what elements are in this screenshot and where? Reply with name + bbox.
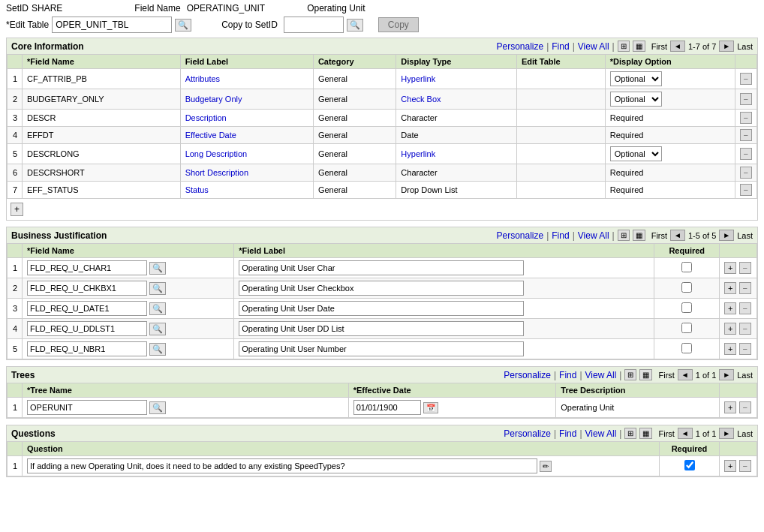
field-label-link[interactable]: Description [185, 113, 227, 122]
display-type-cell: Character [396, 164, 517, 182]
trees-chart-icon[interactable]: ▦ [639, 369, 652, 380]
questions-view-all-link[interactable]: View All [585, 428, 617, 439]
core-find-link[interactable]: Find [552, 41, 569, 52]
remove-row-btn[interactable]: − [740, 148, 752, 160]
biz-field-name-input[interactable] [27, 301, 147, 316]
field-label-link[interactable]: Attributes [185, 74, 220, 83]
remove-row-btn[interactable]: − [740, 93, 752, 105]
biz-add-row-btn[interactable]: + [724, 262, 736, 274]
biz-field-name-input[interactable] [27, 260, 147, 275]
biz-field-name-search[interactable]: 🔍 [149, 302, 166, 315]
biz-add-row-btn[interactable]: + [724, 323, 736, 335]
display-type-value[interactable]: Check Box [401, 95, 441, 104]
question-required-checkbox[interactable] [684, 460, 695, 470]
core-personalize-link[interactable]: Personalize [496, 41, 543, 52]
questions-grid-icon[interactable]: ⊞ [624, 428, 636, 439]
biz-required-checkbox[interactable] [681, 302, 692, 313]
copy-button[interactable]: Copy [378, 17, 419, 32]
remove-row-btn[interactable]: − [740, 184, 752, 196]
biz-required-checkbox[interactable] [681, 343, 692, 353]
biz-col-required: Required [654, 244, 720, 258]
questions-personalize-link[interactable]: Personalize [504, 428, 551, 439]
trees-remove-row-btn[interactable]: − [739, 401, 751, 413]
biz-required-checkbox[interactable] [681, 323, 692, 333]
biz-find-link[interactable]: Find [552, 230, 569, 241]
trees-pagination-last: Last [737, 371, 753, 380]
biz-field-label-input[interactable] [239, 301, 524, 316]
biz-remove-row-btn[interactable]: − [739, 282, 751, 294]
display-option-select-1[interactable]: OptionalRequiredHidden [610, 92, 662, 107]
biz-view-all-link[interactable]: View All [578, 230, 609, 241]
tree-date-calendar[interactable]: 📅 [423, 402, 438, 413]
trees-prev-btn[interactable]: ◄ [678, 369, 693, 380]
questions-chart-icon[interactable]: ▦ [639, 428, 652, 439]
display-type-cell: Date [396, 127, 517, 144]
questions-add-row-btn[interactable]: + [724, 460, 736, 472]
core-prev-btn[interactable]: ◄ [670, 41, 685, 52]
trees-view-all-link[interactable]: View All [585, 370, 617, 380]
trees-personalize-link[interactable]: Personalize [504, 370, 551, 380]
copy-to-setid-input[interactable] [284, 17, 344, 33]
biz-field-name-search[interactable]: 🔍 [149, 282, 166, 295]
copy-to-setid-search-btn[interactable]: 🔍 [347, 19, 363, 32]
edit-table-input[interactable] [52, 17, 172, 33]
display-option-select-0[interactable]: OptionalRequiredHidden [610, 71, 662, 86]
trees-find-link[interactable]: Find [559, 370, 576, 380]
tree-date-input[interactable] [353, 400, 421, 415]
biz-add-row-btn[interactable]: + [724, 343, 736, 355]
biz-field-name-input[interactable] [27, 321, 147, 336]
biz-add-row-btn[interactable]: + [724, 302, 736, 314]
biz-next-btn[interactable]: ► [719, 230, 734, 241]
biz-field-label-input[interactable] [239, 281, 524, 296]
biz-field-name-input[interactable] [27, 341, 147, 356]
questions-remove-row-btn[interactable]: − [739, 460, 751, 472]
questions-find-link[interactable]: Find [559, 428, 576, 439]
trees-grid-icon[interactable]: ⊞ [624, 369, 636, 380]
remove-row-btn[interactable]: − [740, 73, 752, 85]
biz-prev-btn[interactable]: ◄ [670, 230, 685, 241]
remove-row-btn[interactable]: − [740, 112, 752, 124]
question-input[interactable] [27, 458, 537, 473]
biz-field-label-input[interactable] [239, 341, 524, 356]
field-label-link[interactable]: Long Description [185, 149, 248, 158]
field-label-link[interactable]: Effective Date [185, 131, 236, 140]
questions-prev-btn[interactable]: ◄ [678, 428, 693, 439]
core-add-row-btn[interactable]: + [11, 203, 23, 216]
trees-add-row-btn[interactable]: + [724, 401, 736, 413]
display-option-select-4[interactable]: OptionalRequiredHidden [610, 146, 662, 161]
biz-grid-icon[interactable]: ⊞ [618, 230, 630, 241]
biz-field-name-search[interactable]: 🔍 [149, 323, 166, 335]
biz-remove-row-btn[interactable]: − [739, 262, 751, 274]
core-chart-icon[interactable]: ▦ [633, 41, 645, 52]
tree-name-search[interactable]: 🔍 [149, 401, 166, 414]
field-label-link[interactable]: Budgetary Only [185, 95, 242, 104]
remove-row-btn[interactable]: − [740, 129, 752, 141]
biz-field-name-search[interactable]: 🔍 [149, 262, 166, 275]
biz-add-row-btn[interactable]: + [724, 282, 736, 294]
question-required-cell [660, 456, 720, 476]
core-next-btn[interactable]: ► [719, 41, 734, 52]
biz-field-name-search[interactable]: 🔍 [149, 343, 166, 356]
field-label-link[interactable]: Short Description [185, 168, 248, 177]
core-grid-icon[interactable]: ⊞ [618, 41, 630, 52]
biz-remove-row-btn[interactable]: − [739, 343, 751, 355]
biz-chart-icon[interactable]: ▦ [633, 230, 645, 241]
tree-name-input[interactable] [27, 400, 147, 415]
remove-row-btn[interactable]: − [740, 167, 752, 179]
biz-field-label-input[interactable] [239, 321, 524, 336]
biz-required-checkbox[interactable] [681, 282, 692, 293]
display-type-value[interactable]: Hyperlink [401, 149, 435, 158]
questions-next-btn[interactable]: ► [719, 428, 734, 439]
biz-required-checkbox[interactable] [681, 262, 692, 272]
core-view-all-link[interactable]: View All [578, 41, 609, 52]
biz-personalize-link[interactable]: Personalize [496, 230, 543, 241]
trees-next-btn[interactable]: ► [719, 369, 734, 380]
biz-field-label-input[interactable] [239, 260, 524, 275]
biz-remove-row-btn[interactable]: − [739, 323, 751, 335]
biz-remove-row-btn[interactable]: − [739, 302, 751, 314]
biz-field-name-input[interactable] [27, 281, 147, 296]
field-label-link[interactable]: Status [185, 185, 209, 194]
question-edit-icon[interactable]: ✏ [540, 461, 552, 472]
edit-table-search-btn[interactable]: 🔍 [175, 19, 191, 32]
display-type-value[interactable]: Hyperlink [401, 74, 435, 83]
